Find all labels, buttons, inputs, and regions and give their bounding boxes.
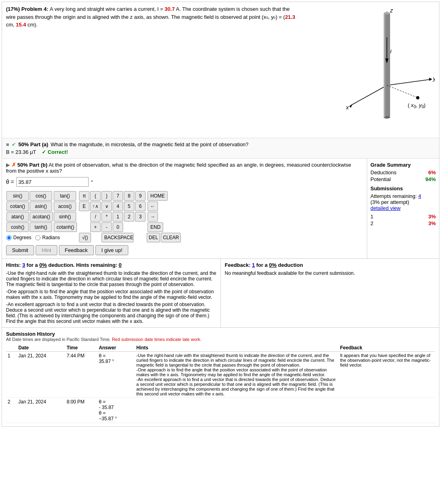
- svg-text:): ): [424, 102, 425, 108]
- deductions-label: Deductions: [370, 169, 396, 175]
- sub-pct-1: 3%: [428, 214, 436, 220]
- radians-option[interactable]: Radians: [35, 235, 60, 240]
- key-0[interactable]: 0: [113, 222, 123, 232]
- sub-num-2: 2: [370, 220, 373, 226]
- feedback-button[interactable]: Feedback: [59, 245, 94, 255]
- sh-title: Submission History: [6, 331, 435, 337]
- table-row: 2 Jan 21, 2024 8:00 PM θ =- 35.87θ =−35.…: [6, 398, 435, 423]
- problem-number: Problem 4:: [21, 6, 50, 12]
- radians-label: Radians: [42, 235, 60, 240]
- key-acos[interactable]: acos(): [54, 202, 76, 211]
- problem-header: (17%) Problem 4: A very long and straigh…: [2, 2, 439, 138]
- part-b-header: ▶ ✗ 50% Part (b) At the point of observa…: [6, 162, 363, 174]
- hints-count: 3: [22, 262, 25, 268]
- key-sin[interactable]: sin(): [6, 191, 29, 201]
- key-end[interactable]: END: [148, 222, 163, 232]
- key-pi[interactable]: π: [79, 191, 89, 201]
- hint-button[interactable]: Hint: [36, 245, 57, 255]
- key-plus[interactable]: +: [90, 222, 101, 232]
- key-down[interactable]: ∨: [101, 202, 112, 211]
- key-atan[interactable]: atan(): [6, 212, 29, 222]
- coordinate-diagram: z y x: [299, 5, 435, 133]
- key-rparen[interactable]: ): [101, 191, 112, 201]
- svg-text:x: x: [411, 102, 414, 108]
- key-cotan[interactable]: cotan(): [6, 202, 29, 211]
- key-acotan[interactable]: acotan(): [30, 212, 53, 222]
- key-2[interactable]: 2: [124, 212, 134, 222]
- key-7[interactable]: 7: [113, 191, 123, 201]
- sh-col-feedback: Feedback: [338, 344, 435, 352]
- sh-row1-feedback: It appears that you have specified the a…: [338, 352, 435, 398]
- degrees-option[interactable]: Degrees: [6, 235, 31, 240]
- key-divide[interactable]: /: [90, 212, 101, 222]
- problem-percent: (17%): [6, 6, 20, 12]
- key-1[interactable]: 1: [113, 212, 123, 222]
- deg-rad-row: Degrees Radians: [6, 234, 77, 242]
- submissions-title: Submissions: [370, 185, 436, 192]
- key-cosh[interactable]: cosh(): [6, 222, 29, 232]
- current-value: 30.7: [165, 6, 175, 12]
- svg-text:z: z: [390, 7, 393, 14]
- key-clear[interactable]: CLEAR: [161, 233, 181, 242]
- per-attempt: (3% per attempt): [370, 199, 436, 205]
- key-tan[interactable]: tan(): [54, 191, 76, 201]
- deductions-value: 6%: [428, 169, 436, 175]
- key-minus[interactable]: -: [101, 222, 112, 232]
- grade-summary-title: Grade Summary: [370, 162, 436, 168]
- svg-text:,: ,: [416, 102, 417, 108]
- key-E[interactable]: E: [79, 202, 89, 211]
- key-8[interactable]: 8: [124, 191, 134, 201]
- key-3[interactable]: 3: [135, 212, 146, 222]
- key-tanh[interactable]: tanh(): [30, 222, 52, 232]
- sh-col-time: Time: [65, 344, 97, 352]
- grade-summary: Grade Summary Deductions 6% Potential 94…: [367, 159, 439, 258]
- key-4[interactable]: 4: [113, 202, 123, 211]
- key-lparen[interactable]: (: [90, 191, 101, 201]
- attempts-value[interactable]: 4: [418, 193, 421, 199]
- feedback-deduction-label: deduction: [277, 262, 303, 268]
- key-cos[interactable]: cos(): [30, 191, 52, 201]
- feedback-for: for a: [255, 262, 269, 268]
- key-del[interactable]: DEL: [147, 233, 160, 242]
- hints-title: Hints:: [6, 262, 22, 268]
- submit-button[interactable]: Submit: [6, 245, 34, 255]
- part-b-question: At the point of observation, what is the…: [6, 162, 351, 174]
- svg-text:x: x: [346, 104, 349, 111]
- hint-1: -Use the right-hand rule with the straig…: [6, 270, 216, 287]
- key-multiply[interactable]: *: [101, 212, 112, 222]
- key-home[interactable]: HOME: [148, 191, 168, 201]
- i-give-up-button[interactable]: I give up!: [95, 245, 129, 255]
- answer-input[interactable]: [16, 177, 89, 187]
- key-cotanh[interactable]: cotanh(): [54, 222, 77, 232]
- part-a-value: B = 23.36 μT: [6, 149, 36, 155]
- hints-header: Hints: 3 for a 0% deduction. Hints remai…: [6, 262, 216, 268]
- key-sinh[interactable]: sinh(): [54, 212, 76, 222]
- key-backspace[interactable]: BACKSPACE: [101, 233, 134, 242]
- hint-2: -One approach is to find the angle that …: [6, 289, 216, 300]
- hints-deduction-label: deduction. Hints remaining:: [47, 262, 119, 268]
- sh-col-num: [6, 344, 17, 352]
- svg-line-3: [387, 79, 431, 85]
- key-6[interactable]: 6: [135, 202, 146, 211]
- hints-for: for a: [25, 262, 39, 268]
- key-9[interactable]: 9: [135, 191, 146, 201]
- attempts-row: Attempts remaining: 4: [370, 193, 436, 199]
- submission-row-1: 1 3%: [370, 214, 436, 220]
- key-left-arrow[interactable]: ←: [148, 202, 158, 211]
- problem-text: (17%) Problem 4: A very long and straigh…: [6, 5, 299, 135]
- feedback-deduction: 0%: [269, 262, 277, 268]
- feedback-header: Feedback: 1 for a 0% deduction: [225, 262, 435, 268]
- key-up[interactable]: ↑∧: [90, 202, 101, 211]
- radians-radio[interactable]: [35, 235, 40, 240]
- key-asin[interactable]: asin(): [30, 202, 52, 211]
- sh-row2-feedback: [338, 398, 435, 423]
- degree-symbol: °: [91, 179, 93, 185]
- key-sqrt[interactable]: √(): [79, 233, 91, 242]
- part-b-play-icon: ▶: [6, 162, 10, 168]
- part-b-main: ▶ ✗ 50% Part (b) At the point of observa…: [2, 159, 367, 258]
- key-5[interactable]: 5: [124, 202, 134, 211]
- degrees-radio[interactable]: [6, 235, 12, 240]
- detailed-view[interactable]: detailed view: [370, 205, 436, 211]
- problem-description-prefix: A very long and straight wire carries a …: [50, 6, 165, 12]
- key-right-arrow[interactable]: →: [148, 212, 158, 222]
